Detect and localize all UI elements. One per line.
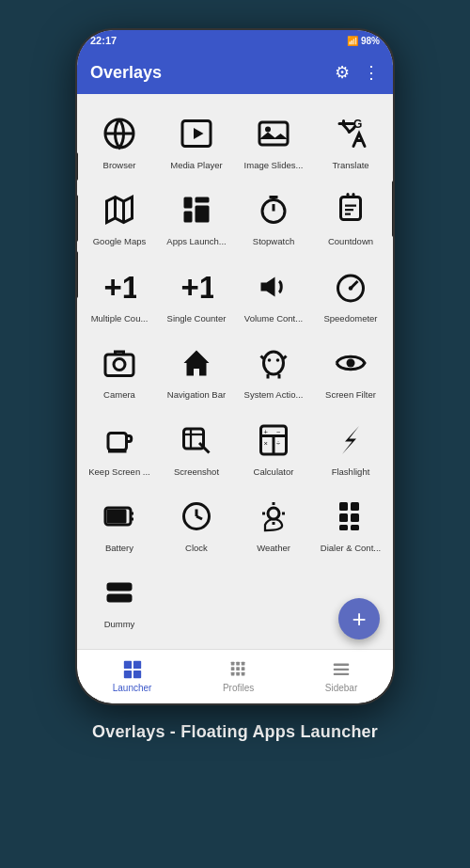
speedometer-icon bbox=[328, 264, 373, 309]
svg-rect-70 bbox=[351, 525, 359, 530]
svg-rect-10 bbox=[184, 212, 193, 223]
app-item-system-action[interactable]: System Actio... bbox=[237, 333, 310, 405]
svg-rect-11 bbox=[196, 197, 210, 203]
app-item-dialer[interactable]: Dialer & Cont... bbox=[314, 486, 387, 559]
keep-screen-icon bbox=[97, 418, 142, 463]
bottom-navigation: Launcher Profiles bbox=[77, 649, 393, 703]
svg-rect-78 bbox=[236, 661, 240, 665]
svg-rect-67 bbox=[339, 513, 348, 522]
profiles-label: Profiles bbox=[223, 683, 254, 693]
battery-label: Battery bbox=[105, 543, 133, 553]
svg-rect-79 bbox=[241, 661, 244, 665]
app-item-multiple-counter[interactable]: +1Multiple Cou... bbox=[83, 257, 156, 329]
app-item-single-counter[interactable]: +1Single Counter bbox=[160, 257, 233, 329]
translate-label: Translate bbox=[332, 160, 368, 170]
svg-point-33 bbox=[268, 358, 272, 362]
svg-text:−: − bbox=[276, 428, 281, 436]
clock-icon bbox=[174, 494, 219, 539]
launcher-icon bbox=[122, 659, 143, 680]
flashlight-label: Flashlight bbox=[332, 466, 370, 477]
svg-rect-69 bbox=[339, 525, 348, 530]
app-item-screen-filter[interactable]: Screen Filter bbox=[314, 333, 387, 405]
dummy-label: Dummy bbox=[104, 619, 135, 629]
add-overlay-fab[interactable]: + bbox=[338, 598, 380, 639]
calculator-icon: +−×÷ bbox=[251, 418, 296, 463]
svg-rect-84 bbox=[236, 671, 240, 675]
app-item-media-player[interactable]: Media Player bbox=[160, 103, 233, 176]
system-action-icon bbox=[251, 340, 296, 386]
media-player-icon bbox=[174, 111, 219, 156]
svg-text:+1: +1 bbox=[181, 270, 214, 304]
app-item-camera[interactable]: Camera bbox=[83, 333, 156, 405]
app-item-translate[interactable]: GTranslate bbox=[314, 103, 387, 176]
signal-icon: 📶 bbox=[347, 36, 358, 46]
app-item-stopwatch[interactable]: Stopwatch bbox=[237, 180, 310, 252]
svg-rect-77 bbox=[230, 661, 234, 665]
svg-text:G: G bbox=[353, 118, 362, 131]
svg-text:×: × bbox=[264, 439, 268, 448]
screen-filter-icon bbox=[328, 340, 373, 386]
nav-profiles[interactable]: Profiles bbox=[223, 659, 254, 693]
svg-line-59 bbox=[196, 516, 202, 519]
app-item-keep-screen[interactable]: Keep Screen ... bbox=[83, 410, 156, 482]
status-icons: 📶 98% bbox=[347, 36, 380, 46]
sidebar-label: Sidebar bbox=[325, 683, 357, 693]
volume-up-button bbox=[75, 152, 78, 181]
single-counter-label: Single Counter bbox=[167, 313, 227, 324]
app-item-image-slides[interactable]: Image Slides... bbox=[237, 103, 310, 176]
browser-icon bbox=[97, 111, 142, 156]
image-slides-label: Image Slides... bbox=[244, 160, 304, 170]
status-time: 22:17 bbox=[90, 35, 117, 46]
browser-label: Browser bbox=[103, 160, 136, 170]
dialer-icon bbox=[328, 494, 373, 539]
dialer-label: Dialer & Cont... bbox=[321, 543, 381, 553]
app-item-weather[interactable]: Weather bbox=[237, 486, 310, 559]
volume-down-button bbox=[75, 195, 78, 242]
svg-rect-87 bbox=[334, 668, 350, 670]
nav-sidebar[interactable]: Sidebar bbox=[325, 659, 357, 693]
app-item-dummy[interactable]: Dummy bbox=[83, 562, 156, 635]
svg-rect-76 bbox=[133, 670, 140, 677]
more-options-icon[interactable]: ⋮ bbox=[363, 62, 380, 83]
speedometer-label: Speedometer bbox=[323, 313, 377, 324]
svg-point-5 bbox=[265, 127, 271, 133]
svg-text:÷: ÷ bbox=[276, 439, 280, 448]
app-store-title: Overlays - Floating Apps Launcher bbox=[92, 722, 378, 742]
svg-marker-3 bbox=[194, 128, 204, 139]
screenshot-icon bbox=[174, 418, 219, 463]
svg-point-28 bbox=[349, 286, 353, 291]
app-item-countdown[interactable]: Countdown bbox=[314, 180, 387, 252]
svg-rect-73 bbox=[123, 660, 131, 668]
nav-launcher[interactable]: Launcher bbox=[113, 659, 152, 693]
svg-rect-54 bbox=[107, 509, 127, 523]
app-item-navigation-bar[interactable]: Navigation Bar bbox=[160, 333, 233, 405]
power-button bbox=[392, 181, 395, 237]
app-item-browser[interactable]: Browser bbox=[83, 103, 156, 176]
settings-icon[interactable]: ⚙ bbox=[335, 62, 350, 83]
app-item-battery[interactable]: Battery bbox=[83, 486, 156, 559]
volume-control-icon bbox=[251, 264, 296, 309]
battery-status: 98% bbox=[361, 36, 380, 46]
svg-rect-81 bbox=[236, 667, 240, 671]
svg-rect-12 bbox=[196, 206, 210, 223]
launcher-label: Launcher bbox=[113, 683, 152, 693]
svg-rect-9 bbox=[184, 197, 193, 209]
app-item-clock[interactable]: Clock bbox=[160, 486, 233, 559]
svg-line-36 bbox=[284, 356, 287, 359]
app-item-flashlight[interactable]: Flashlight bbox=[314, 410, 387, 482]
svg-rect-83 bbox=[230, 671, 234, 675]
app-item-apps-launch[interactable]: Apps Launch... bbox=[160, 180, 233, 252]
svg-rect-40 bbox=[108, 433, 127, 450]
google-maps-label: Google Maps bbox=[93, 236, 147, 246]
volume-control-label: Volume Cont... bbox=[244, 313, 303, 324]
app-item-calculator[interactable]: +−×÷Calculator bbox=[237, 410, 310, 482]
svg-point-34 bbox=[276, 358, 280, 362]
svg-text:+1: +1 bbox=[104, 270, 137, 304]
stopwatch-label: Stopwatch bbox=[253, 236, 294, 246]
app-item-google-maps[interactable]: Google Maps bbox=[83, 180, 156, 252]
app-item-screenshot[interactable]: Screenshot bbox=[160, 410, 233, 482]
app-item-volume-control[interactable]: Volume Cont... bbox=[237, 257, 310, 329]
left-button-3 bbox=[75, 251, 78, 298]
app-item-speedometer[interactable]: Speedometer bbox=[314, 257, 387, 329]
svg-rect-75 bbox=[133, 660, 140, 668]
